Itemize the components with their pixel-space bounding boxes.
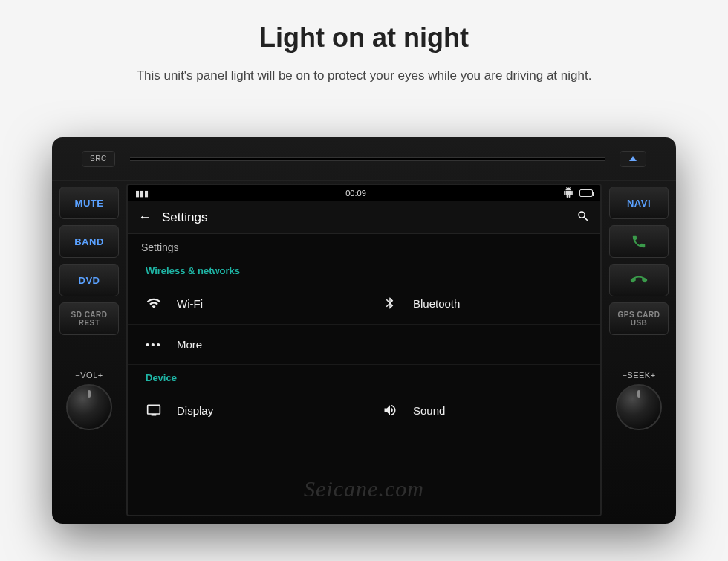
src-button[interactable]: SRC	[82, 151, 115, 167]
rest-label: REST	[79, 319, 100, 327]
eject-icon	[629, 156, 637, 161]
settings-body: Settings Wireless & networks Wi-Fi Bluet…	[128, 234, 600, 515]
sound-label: Sound	[413, 404, 445, 417]
phone-hangup-button[interactable]	[609, 264, 669, 296]
seek-knob-label: −SEEK+	[622, 371, 655, 380]
wifi-icon	[146, 296, 162, 311]
search-icon[interactable]	[576, 210, 590, 226]
unit-top-panel: SRC	[52, 137, 676, 181]
cd-slot	[130, 157, 605, 161]
phone-hangup-icon	[627, 268, 650, 291]
display-label: Display	[177, 404, 213, 417]
gpscard-usb-button[interactable]: GPS CARD USB	[609, 302, 669, 335]
left-button-column: MUTE BAND DVD SD CARD REST −VOL+	[52, 181, 126, 524]
section-device-title: Device	[128, 365, 600, 389]
sdcard-label: SD CARD	[71, 311, 107, 319]
sdcard-rest-button[interactable]: SD CARD REST	[59, 302, 119, 335]
phone-answer-icon	[631, 233, 647, 250]
navi-button[interactable]: NAVI	[609, 187, 669, 219]
bluetooth-item[interactable]: Bluetooth	[364, 282, 600, 324]
settings-subheader: Settings	[128, 234, 600, 258]
display-icon	[146, 403, 162, 418]
volume-knob[interactable]	[66, 384, 112, 430]
wifi-label: Wi-Fi	[177, 297, 203, 310]
app-bar: ← Settings	[128, 201, 600, 234]
page-subtitle: This unit's panel light will be on to pr…	[0, 68, 728, 83]
dvd-button[interactable]: DVD	[59, 264, 119, 296]
bluetooth-icon	[382, 296, 398, 310]
battery-icon	[579, 189, 593, 197]
section-wireless-title: Wireless & networks	[128, 258, 600, 282]
page-title: Light on at night	[0, 22, 728, 53]
seek-knob[interactable]	[616, 384, 662, 430]
display-item[interactable]: Display	[128, 389, 364, 431]
more-label: More	[177, 338, 202, 351]
head-unit: SRC MUTE BAND DVD SD CARD REST −VOL+ ▮▮	[52, 137, 676, 524]
phone-answer-button[interactable]	[609, 225, 669, 258]
sound-item[interactable]: Sound	[364, 389, 600, 431]
volume-knob-label: −VOL+	[75, 371, 103, 380]
usb-label: USB	[631, 319, 648, 327]
touch-screen: ▮▮▮ 00:09 ← Settings	[126, 184, 602, 516]
sound-icon	[382, 403, 398, 418]
more-item[interactable]: ••• More	[128, 325, 364, 364]
gpscard-label: GPS CARD	[618, 311, 660, 319]
back-icon[interactable]: ←	[138, 210, 152, 225]
mute-button[interactable]: MUTE	[59, 187, 119, 219]
statusbar-time: 00:09	[345, 189, 366, 198]
empty-item	[364, 325, 600, 364]
right-button-column: NAVI GPS CARD USB −SEEK+	[602, 181, 676, 524]
appbar-title: Settings	[162, 210, 207, 225]
signal-icon: ▮▮▮	[135, 189, 149, 198]
bluetooth-label: Bluetooth	[413, 297, 460, 310]
eject-button[interactable]	[620, 151, 646, 167]
android-icon	[563, 187, 573, 199]
band-button[interactable]: BAND	[59, 225, 119, 258]
more-icon: •••	[146, 338, 162, 351]
wifi-item[interactable]: Wi-Fi	[128, 282, 364, 324]
status-bar: ▮▮▮ 00:09	[128, 185, 600, 201]
